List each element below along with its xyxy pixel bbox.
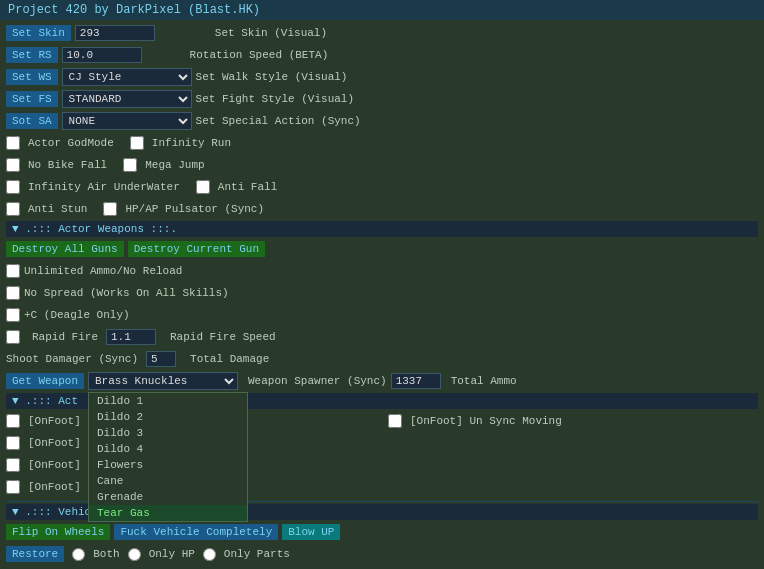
actor-action-text: ▼ .::: Act	[12, 395, 78, 407]
ammo-value-input[interactable]	[391, 373, 441, 389]
infinity-air-label: Infinity Air UnderWater	[28, 181, 180, 193]
surf-vehicles-checkbox[interactable]	[6, 458, 20, 472]
dropdown-item-dildo1[interactable]: Dildo 1	[89, 393, 247, 409]
skin-value-input[interactable]	[75, 25, 155, 41]
rapid-fire-checkbox[interactable]	[6, 330, 20, 344]
dropdown-item-dildo4[interactable]: Dildo 4	[89, 441, 247, 457]
infinity-air-checkbox[interactable]	[6, 180, 20, 194]
rotation-label: Rotation Speed (BETA)	[190, 49, 329, 61]
shoot-damager-value[interactable]	[146, 351, 176, 367]
unsync-moving-checkbox[interactable]	[388, 414, 402, 428]
anti-stun-checkbox[interactable]	[6, 202, 20, 216]
onfoot-label-3: [OnFoot]	[28, 459, 81, 471]
weapon-dropdown-container: Brass Knuckles Dildo 1 Dildo 2 Dildo 3 D…	[88, 372, 238, 390]
ghostmode-checkbox[interactable]	[6, 436, 20, 450]
get-weapon-button[interactable]: Get Weapon	[6, 373, 84, 389]
dropdown-item-dildo2[interactable]: Dildo 2	[89, 409, 247, 425]
rapid-fire-value[interactable]	[106, 329, 156, 345]
set-fs-button[interactable]: Set FS	[6, 91, 58, 107]
main-content: Set Skin Set Skin (Visual) Set RS Rotati…	[0, 20, 764, 569]
restore-only-hp-label: Only HP	[149, 548, 195, 560]
special-action-select[interactable]: NONE	[62, 112, 192, 130]
walk-style-select[interactable]: CJ Style	[62, 68, 192, 86]
actor-weapons-header[interactable]: ▼ .::: Actor Weapons :::.	[6, 221, 758, 237]
fuck-vehicle-button[interactable]: Fuck Vehicle Completely	[114, 524, 278, 540]
title-bar: Project 420 by DarkPixel (Blast.HK)	[0, 0, 764, 20]
walk-style-label: Set Walk Style (Visual)	[196, 71, 348, 83]
skin-visual-label: Set Skin (Visual)	[215, 27, 327, 39]
weapon-select[interactable]: Brass Knuckles Dildo 1 Dildo 2 Dildo 3 D…	[88, 372, 238, 390]
no-spread-label: No Spread (Works On All Skills)	[24, 287, 229, 299]
special-action-label: Set Special Action (Sync)	[196, 115, 361, 127]
set-ws-button[interactable]: Set WS	[6, 69, 58, 85]
onfoot-label-2: [OnFoot]	[28, 437, 81, 449]
rapid-fire-label: Rapid Fire	[32, 331, 98, 343]
rotation-value-input[interactable]	[62, 47, 142, 63]
destroy-current-gun-button[interactable]: Destroy Current Gun	[128, 241, 265, 257]
hp-ap-pulsator-checkbox[interactable]	[103, 202, 117, 216]
unlimited-ammo-label: Unlimited Ammo/No Reload	[24, 265, 182, 277]
weapon-spawner-label: Weapon Spawner (Sync)	[248, 375, 387, 387]
total-ammo-label: Total Ammo	[451, 375, 517, 387]
blow-up-button[interactable]: Blow UP	[282, 524, 340, 540]
restore-only-hp-radio[interactable]	[128, 548, 141, 561]
title-text: Project 420 by DarkPixel (Blast.HK)	[8, 3, 260, 17]
restore-only-parts-label: Only Parts	[224, 548, 290, 560]
onfoot-label-1: [OnFoot]	[28, 415, 81, 427]
unsync-moving-label: [OnFoot] Un Sync Moving	[410, 415, 562, 427]
infinity-run-label: Infinity Run	[152, 137, 231, 149]
mega-jump-checkbox[interactable]	[123, 158, 137, 172]
dropdown-item-grenade[interactable]: Grenade	[89, 489, 247, 505]
fight-style-label: Set Fight Style (Visual)	[196, 93, 354, 105]
restore-both-radio[interactable]	[72, 548, 85, 561]
plus-c-label: +C (Deagle Only)	[24, 309, 130, 321]
total-damage-label: Total Damage	[190, 353, 269, 365]
zero-health-checkbox[interactable]	[6, 414, 20, 428]
anti-stun-label: Anti Stun	[28, 203, 87, 215]
anti-fall-checkbox[interactable]	[196, 180, 210, 194]
no-bike-fall-label: No Bike Fall	[28, 159, 107, 171]
flip-on-wheels-button[interactable]: Flip On Wheels	[6, 524, 110, 540]
actor-godmode-checkbox[interactable]	[6, 136, 20, 150]
anti-fall-label: Anti Fall	[218, 181, 277, 193]
dropdown-item-dildo3[interactable]: Dildo 3	[89, 425, 247, 441]
onfoot-label-4: [OnFoot]	[28, 481, 81, 493]
destroy-all-guns-button[interactable]: Destroy All Guns	[6, 241, 124, 257]
no-spread-checkbox[interactable]	[6, 286, 20, 300]
restore-only-parts-radio[interactable]	[203, 548, 216, 561]
dropdown-item-tear-gas[interactable]: Tear Gas	[89, 505, 247, 521]
mega-jump-label: Mega Jump	[145, 159, 204, 171]
dropdown-item-cane[interactable]: Cane	[89, 473, 247, 489]
set-rs-button[interactable]: Set RS	[6, 47, 58, 63]
fight-style-select[interactable]: STANDARD	[62, 90, 192, 108]
no-bike-fall-checkbox[interactable]	[6, 158, 20, 172]
actor-godmode-label: Actor GodMode	[28, 137, 114, 149]
unlimited-ammo-checkbox[interactable]	[6, 264, 20, 278]
set-sa-button[interactable]: Sot SA	[6, 113, 58, 129]
shoot-damager-label: Shoot Damager (Sync)	[6, 353, 138, 365]
weapon-dropdown-open[interactable]: Dildo 1 Dildo 2 Dildo 3 Dildo 4 Flowers …	[88, 392, 248, 522]
set-skin-button[interactable]: Set Skin	[6, 25, 71, 41]
infinity-run-checkbox[interactable]	[130, 136, 144, 150]
plus-c-checkbox[interactable]	[6, 308, 20, 322]
invalid-aim-checkbox[interactable]	[6, 480, 20, 494]
restore-both-label: Both	[93, 548, 119, 560]
rapid-fire-speed-label: Rapid Fire Speed	[170, 331, 276, 343]
dropdown-item-flowers[interactable]: Flowers	[89, 457, 247, 473]
restore-button[interactable]: Restore	[6, 546, 64, 562]
hp-ap-pulsator-label: HP/AP Pulsator (Sync)	[125, 203, 264, 215]
